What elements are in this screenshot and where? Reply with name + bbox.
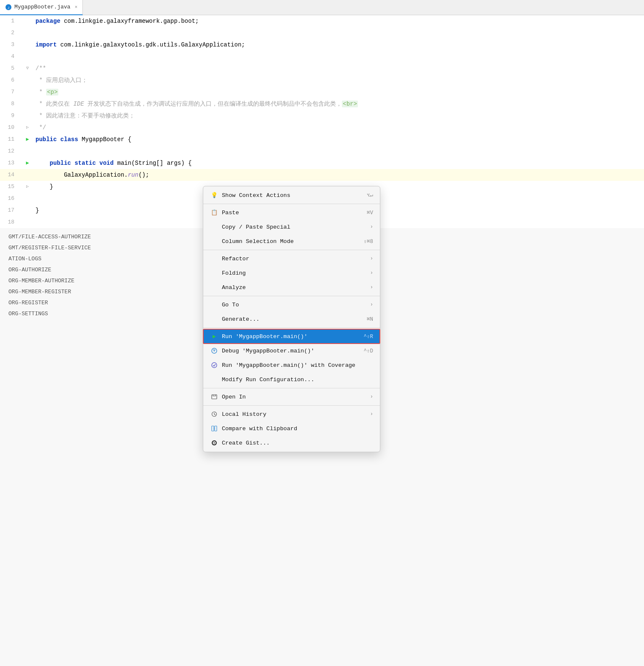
menu-item-compare-clipboard[interactable]: Compare with Clipboard [203,421,380,436]
folding-arrow: › [370,270,373,276]
file-tab[interactable]: J MygappBooter.java × [0,0,83,15]
local-history-arrow: › [370,411,373,417]
editor-line-3: 3 import com.linkgie.galaxytools.gdk.uti… [0,39,644,51]
menu-item-modify-run[interactable]: Modify Run Configuration... [203,372,380,387]
analyze-arrow: › [370,284,373,290]
editor-line-9: 9 * 因此请注意：不要手动修改此类； [0,110,644,122]
tab-filename: MygappBooter.java [14,4,71,10]
fold-icon-end[interactable]: ▷ [26,122,29,134]
context-menu: 💡 Show Context Actions ⌥↵ 📋 Paste ⌘V Cop… [203,186,380,452]
menu-item-paste[interactable]: 📋 Paste ⌘V [203,205,380,220]
run-play-icon: ▶ [210,333,218,340]
editor-line-1: 1 package com.linkgie.galaxyframework.ga… [0,15,644,27]
menu-item-local-history[interactable]: Local History › [203,407,380,421]
history-icon [210,411,218,417]
gist-icon [210,440,218,446]
fold-icon[interactable]: ▽ [26,63,29,74]
svg-point-4 [212,363,217,368]
separator-3 [203,296,380,296]
menu-item-goto[interactable]: Go To › [203,298,380,312]
fold-icon-15[interactable]: ▷ [26,181,29,193]
open-in-arrow: › [370,394,373,400]
separator-1 [203,204,380,204]
run-gutter-icon-13[interactable]: ▶ [26,157,29,169]
java-file-icon: J [5,4,12,11]
menu-item-run[interactable]: ▶ Run 'MygappBooter.main()' ^⇧R [203,329,380,344]
menu-item-analyze[interactable]: Analyze › [203,280,380,295]
bulb-icon: 💡 [210,192,218,199]
tab-bar: J MygappBooter.java × [0,0,644,15]
editor-line-12: 12 [0,145,644,157]
editor-line-11: 11 ▶ public class MygappBooter { [0,134,644,145]
editor-line-13: 13 ▶ public static void main(String[] ar… [0,157,644,169]
menu-item-debug[interactable]: Debug 'MygappBooter.main()' ^⇧D [203,344,380,358]
open-in-icon [210,394,218,400]
separator-2 [203,250,380,250]
editor-line-14: 14 GalaxyApplication.run(); [0,169,644,181]
run-gutter-icon[interactable]: ▶ [26,134,29,145]
menu-item-copy-paste-special[interactable]: Copy / Paste Special › [203,220,380,234]
tab-close-button[interactable]: × [75,5,78,10]
compare-icon [210,426,218,431]
refactor-arrow: › [370,256,373,262]
menu-item-run-coverage[interactable]: Run 'MygappBooter.main()' with Coverage [203,358,380,372]
svg-text:J: J [8,6,9,10]
menu-item-refactor[interactable]: Refactor › [203,251,380,266]
editor-line-5: 5 ▽ /** [0,63,644,74]
editor-line-10: 10 ▷ */ [0,122,644,134]
svg-rect-5 [212,395,217,399]
menu-item-open-in[interactable]: Open In › [203,390,380,404]
paste-icon: 📋 [210,209,218,216]
menu-item-generate[interactable]: Generate... ⌘N [203,312,380,326]
editor-line-7: 7 * <p> [0,86,644,98]
coverage-icon [210,362,218,368]
svg-rect-7 [212,426,214,431]
svg-point-3 [214,350,215,352]
menu-item-column-selection[interactable]: Column Selection Mode ⇧⌘8 [203,234,380,248]
menu-item-create-gist[interactable]: Create Gist... [203,436,380,450]
svg-rect-8 [215,426,217,431]
editor-line-4: 4 [0,51,644,63]
debug-icon [210,348,218,354]
separator-5 [203,388,380,388]
editor-line-2: 2 [0,27,644,39]
goto-arrow: › [370,302,373,308]
editor-line-8: 8 * 此类仅在 IDE 开发状态下自动生成，作为调试运行应用的入口，但在编译生… [0,98,644,110]
svg-point-11 [214,442,215,444]
separator-6 [203,405,380,406]
arrow-icon: › [370,224,373,230]
separator-4 [203,328,380,328]
menu-item-show-context-actions[interactable]: 💡 Show Context Actions ⌥↵ [203,188,380,202]
menu-item-folding[interactable]: Folding › [203,266,380,280]
editor-line-6: 6 * 应用启动入口； [0,74,644,86]
